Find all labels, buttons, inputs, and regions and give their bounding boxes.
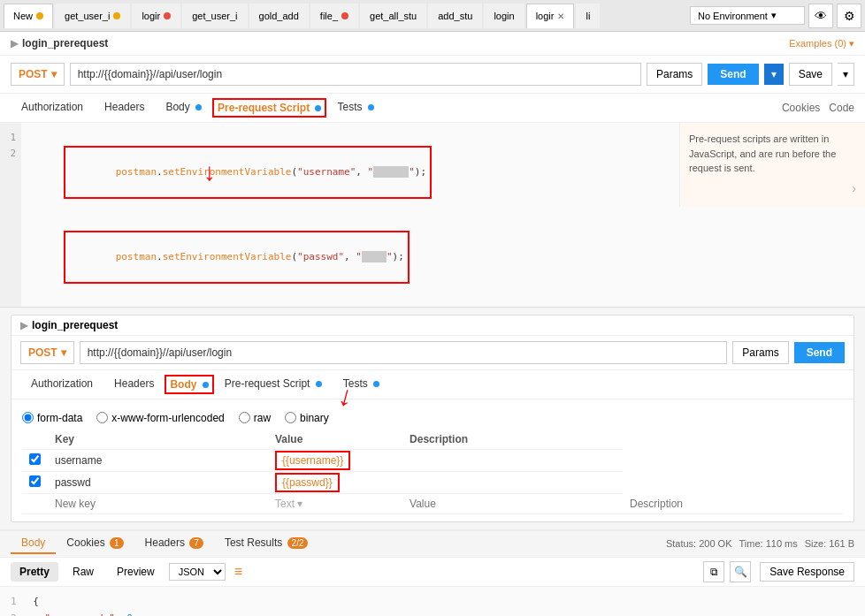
radio-raw-input[interactable]: [239, 412, 250, 423]
bottom-tab-body[interactable]: Body: [11, 533, 56, 554]
new-desc-input[interactable]: [630, 498, 836, 510]
radio-raw[interactable]: raw: [239, 412, 271, 424]
outer-tab-prerequest[interactable]: Pre-request Script: [212, 98, 326, 118]
nested-params-btn[interactable]: Params: [732, 341, 788, 364]
outer-tab-headers[interactable]: Headers: [94, 94, 155, 122]
nested-send-btn[interactable]: Send: [794, 342, 845, 363]
script-area: 1 2 postman.setEnvironmentVariable("user…: [0, 123, 865, 308]
tab-get-user-i2[interactable]: get_user_i: [182, 4, 247, 28]
nested-url-input[interactable]: [80, 341, 728, 364]
tab-get-user-i[interactable]: get_user_i: [55, 4, 130, 28]
new-value-input-cell[interactable]: [402, 493, 623, 513]
env-label: No Environment: [698, 11, 768, 21]
body-dot: [195, 104, 202, 110]
new-value-input[interactable]: [410, 498, 616, 510]
tab-gold-add[interactable]: gold_add: [249, 4, 309, 28]
table-row: username {{username}}: [22, 449, 843, 471]
nested-method-select[interactable]: POST ▾: [20, 341, 74, 364]
row2-value[interactable]: {{passwd}}: [268, 471, 402, 493]
row2-checkbox[interactable]: [29, 475, 41, 487]
examples-link[interactable]: Examples (0) ▾: [789, 38, 854, 49]
row1-desc: [402, 449, 623, 471]
bottom-tab-cookies[interactable]: Cookies 1: [56, 533, 134, 554]
bottom-tabs-bar: Body Cookies 1 Headers 7 Test Results 2/…: [0, 529, 865, 558]
tab-get-user-dot: [113, 12, 120, 19]
nested-tab-auth[interactable]: Authorization: [20, 370, 103, 399]
row1-value[interactable]: {{username}}: [268, 449, 402, 471]
new-key-row: Text ▾: [22, 493, 843, 513]
nested-tab-body[interactable]: Body: [165, 375, 213, 394]
radio-urlencoded-input[interactable]: [96, 412, 108, 423]
tab-new-label: New: [13, 11, 33, 21]
gear-icon-btn[interactable]: ⚙: [837, 4, 861, 28]
eye-icon-btn[interactable]: 👁: [808, 4, 833, 28]
th-key: Key: [48, 430, 268, 450]
nested-method-label: POST: [28, 346, 57, 359]
format-icon[interactable]: ≡: [234, 564, 242, 580]
bottom-tab-test-results[interactable]: Test Results 2/2: [214, 533, 319, 554]
new-key-input[interactable]: [55, 498, 261, 510]
tab-file[interactable]: file_: [310, 4, 358, 28]
format-select[interactable]: JSON XML HTML Text: [169, 563, 226, 581]
tab-get-user-i-label: get_user_i: [65, 11, 110, 21]
tab-login[interactable]: login: [484, 4, 524, 28]
outer-params-btn[interactable]: Params: [647, 63, 702, 86]
outer-send-btn[interactable]: Send: [708, 64, 758, 85]
nested-prereq-dot: [316, 381, 322, 387]
outer-save-arrow[interactable]: ▾: [838, 63, 854, 86]
cookies-link[interactable]: Cookies: [782, 102, 820, 114]
new-key-cell[interactable]: [48, 493, 268, 513]
outer-tab-body[interactable]: Body: [155, 94, 212, 122]
tab-li[interactable]: li: [576, 4, 600, 28]
nested-tab-prerequest[interactable]: Pre-request Script: [214, 370, 333, 399]
outer-save-btn[interactable]: Save: [789, 63, 832, 86]
outer-tab-tests[interactable]: Tests: [326, 94, 384, 122]
outer-method-select[interactable]: POST ▾: [11, 63, 65, 86]
copy-btn[interactable]: ⧉: [703, 561, 724, 582]
urlencoded-label: x-www-form-urlencoded: [111, 412, 224, 424]
radio-binary-input[interactable]: [285, 412, 296, 423]
tab-new-dot: [36, 12, 43, 19]
tab-add-stu[interactable]: add_stu: [428, 4, 482, 28]
expand-icon[interactable]: ›: [852, 181, 856, 195]
headers-badge: 7: [189, 537, 203, 549]
tab-close-icon[interactable]: ✕: [557, 11, 564, 21]
new-desc-cell[interactable]: [623, 493, 843, 513]
tab-logir[interactable]: logir: [132, 4, 180, 28]
nested-panel: ▶ login_prerequest POST ▾ Params Send Au…: [11, 315, 854, 522]
environment-selector[interactable]: No Environment ▾: [690, 6, 805, 25]
outer-tab-authorization[interactable]: Authorization: [11, 94, 94, 122]
row1-key: username: [48, 449, 268, 471]
radio-form-data-input[interactable]: [22, 412, 34, 423]
radio-urlencoded[interactable]: x-www-form-urlencoded: [96, 412, 224, 424]
outer-url-input[interactable]: [70, 63, 641, 86]
tab-get-all-stu[interactable]: get_all_stu: [360, 4, 426, 28]
row1-checkbox[interactable]: [29, 453, 41, 465]
nested-tab-tests[interactable]: Tests: [333, 370, 390, 399]
tab-file-label: file_: [320, 11, 338, 21]
table-header-row: Key Value Description: [22, 430, 843, 450]
top-right-controls: No Environment ▾ 👁 ⚙: [690, 4, 861, 28]
expand-arrow-icon[interactable]: ▶: [11, 37, 19, 49]
resp-tab-preview[interactable]: Preview: [108, 562, 164, 582]
nested-tab-headers[interactable]: Headers: [103, 370, 165, 399]
tab-new[interactable]: New: [4, 4, 53, 28]
nested-request-name: login_prerequest: [32, 319, 118, 331]
bottom-tab-headers[interactable]: Headers 7: [134, 533, 214, 554]
fn-name-1: postman: [116, 166, 157, 178]
resp-tab-pretty[interactable]: Pretty: [11, 562, 58, 582]
search-icon-btn[interactable]: 🔍: [730, 561, 751, 582]
resp-code: { "error_code": 0, "login_info": { "logi…: [33, 594, 308, 616]
radio-binary[interactable]: binary: [285, 412, 329, 424]
save-response-btn[interactable]: Save Response: [760, 562, 854, 582]
tab-logir2[interactable]: logir ✕: [526, 4, 575, 28]
radio-form-data[interactable]: form-data: [22, 412, 82, 424]
resp-tab-raw[interactable]: Raw: [64, 562, 103, 582]
outer-send-arrow[interactable]: ▾: [764, 64, 784, 85]
text-type-selector[interactable]: Text ▾: [275, 498, 302, 510]
code-link[interactable]: Code: [829, 102, 854, 114]
table-row: passwd {{passwd}}: [22, 471, 843, 493]
binary-label: binary: [300, 412, 329, 424]
nested-expand-icon[interactable]: ▶: [20, 319, 28, 331]
line-numbers: 1 2: [0, 123, 21, 307]
